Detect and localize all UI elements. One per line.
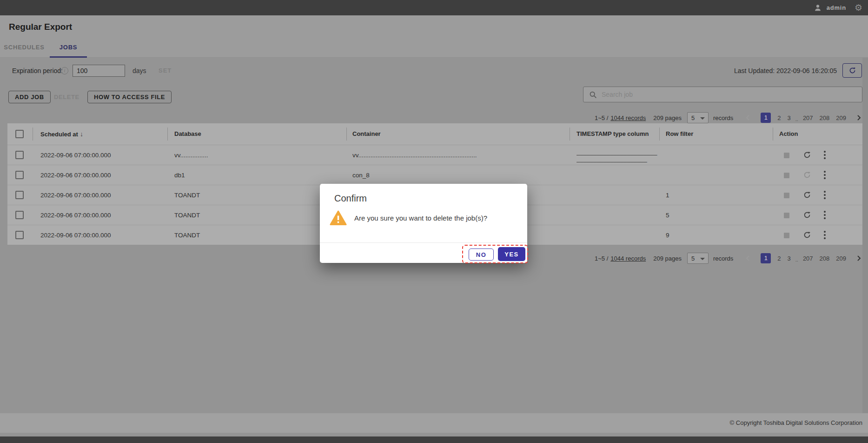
records-link[interactable]: 1044 records xyxy=(610,114,646,121)
user-menu[interactable]: admin ⚙ xyxy=(814,0,862,15)
stop-icon[interactable] xyxy=(784,153,789,158)
cell-scheduled-at: 2022-09-06 07:00:00.000 xyxy=(40,185,111,205)
dialog-message: Are you sure you want to delete the job(… xyxy=(354,214,487,222)
pages-count-label: 209 pages xyxy=(653,255,682,262)
yes-button[interactable]: YES xyxy=(498,247,525,261)
cell-container: vv......................................… xyxy=(352,145,564,165)
stop-icon[interactable] xyxy=(784,193,789,198)
next-page-icon[interactable] xyxy=(855,114,862,121)
row-checkbox[interactable] xyxy=(15,171,24,179)
dialog-title: Confirm xyxy=(334,193,367,204)
page-number[interactable]: 2 xyxy=(777,114,781,121)
gear-icon[interactable]: ⚙ xyxy=(855,3,862,12)
row-refresh-icon[interactable] xyxy=(803,231,811,239)
row-refresh-icon[interactable] xyxy=(803,151,811,159)
page-title: Regular Export xyxy=(9,15,72,39)
col-database: Database xyxy=(174,123,201,145)
page-number[interactable]: 208 xyxy=(820,114,830,121)
how-to-access-file-button[interactable]: HOW TO ACCESS FILE xyxy=(87,91,172,103)
sort-desc-icon: ↓ xyxy=(80,130,83,138)
kebab-menu-icon[interactable] xyxy=(824,171,826,181)
kebab-menu-icon[interactable] xyxy=(824,151,826,161)
page-ellipsis: .. xyxy=(795,257,798,262)
cell-row-filter: 5 xyxy=(666,205,669,225)
page-size-select[interactable]: 5 xyxy=(687,253,709,264)
cell-row-filter: 1 xyxy=(666,185,669,205)
col-timestamp-type: TIMESTAMP type column xyxy=(576,123,649,145)
page-number[interactable]: 207 xyxy=(803,255,813,262)
col-scheduled-at[interactable]: Scheduled at↓ xyxy=(40,123,83,145)
right-gutter xyxy=(862,58,868,413)
add-job-button[interactable]: ADD JOB xyxy=(8,91,51,103)
cell-scheduled-at: 2022-09-06 07:00:00.000 xyxy=(40,145,111,165)
footer: © Copyright Toshiba Digital Solutions Co… xyxy=(0,413,868,433)
stop-icon[interactable] xyxy=(784,233,789,238)
page-size-select[interactable]: 5 xyxy=(687,112,709,123)
page-number[interactable]: 208 xyxy=(820,255,830,262)
prev-page-icon[interactable] xyxy=(744,255,752,262)
warning-icon xyxy=(330,210,347,226)
stop-icon[interactable] xyxy=(784,213,789,218)
chevron-down-icon xyxy=(700,117,705,120)
kebab-menu-icon[interactable] xyxy=(824,211,826,221)
cell-scheduled-at: 2022-09-06 07:00:00.000 xyxy=(40,165,111,185)
page-number[interactable]: 3 xyxy=(788,255,791,262)
cell-timestamp: ________________________________________… xyxy=(576,148,660,162)
cell-scheduled-at: 2022-09-06 07:00:00.000 xyxy=(40,225,111,245)
cell-database: TOANDT xyxy=(174,225,342,245)
prev-page-icon[interactable] xyxy=(744,114,752,121)
row-refresh-icon[interactable] xyxy=(803,191,811,199)
expiration-input[interactable] xyxy=(73,65,125,77)
no-button[interactable]: NO xyxy=(469,248,494,261)
records-label: records xyxy=(713,255,733,262)
search-input[interactable] xyxy=(602,91,862,98)
pagination-bottom: 1~5 /1044 records209 pages5records123..2… xyxy=(595,253,862,264)
row-refresh-icon[interactable] xyxy=(803,211,811,219)
set-button[interactable]: SET xyxy=(159,63,172,78)
cell-container: con_8 xyxy=(352,165,564,185)
cell-database: vv................ xyxy=(174,145,342,165)
expiration-row: Expiration period: i days SET Last Updat… xyxy=(0,63,868,78)
next-page-icon[interactable] xyxy=(855,255,862,262)
chevron-down-icon xyxy=(700,258,705,260)
pagination-top: 1~5 /1044 records209 pages5records123..2… xyxy=(595,112,862,123)
row-refresh-icon[interactable] xyxy=(803,171,811,179)
tab-schedules[interactable]: SCHEDULES xyxy=(3,37,46,58)
row-checkbox[interactable] xyxy=(15,211,24,219)
table-row: 2022-09-06 07:00:00.000vv...............… xyxy=(7,145,862,165)
page-number[interactable]: 209 xyxy=(836,114,846,121)
search-box[interactable] xyxy=(583,87,862,102)
last-updated-label: Last Updated: 2022-09-06 16:20:05 xyxy=(734,63,837,78)
stop-icon[interactable] xyxy=(784,173,789,178)
row-checkbox[interactable] xyxy=(15,151,24,159)
col-row-filter: Row filter xyxy=(666,123,693,145)
page-number[interactable]: 3 xyxy=(788,114,791,121)
person-icon xyxy=(814,4,822,12)
page-number[interactable]: 1 xyxy=(761,253,771,263)
info-icon[interactable]: i xyxy=(61,67,68,74)
kebab-menu-icon[interactable] xyxy=(824,191,826,201)
pages-count-label: 209 pages xyxy=(653,114,682,121)
row-checkbox[interactable] xyxy=(15,231,24,239)
records-link[interactable]: 1044 records xyxy=(610,255,646,262)
select-all-checkbox[interactable] xyxy=(15,130,24,138)
row-checkbox[interactable] xyxy=(15,191,24,199)
cell-database: TOANDT xyxy=(174,205,342,225)
delete-button[interactable]: DELETE xyxy=(54,91,80,103)
page-number[interactable]: 2 xyxy=(777,255,781,262)
tab-jobs[interactable]: JOBS xyxy=(50,37,87,58)
col-container: Container xyxy=(352,123,381,145)
tabs-bar: SCHEDULES JOBS xyxy=(0,37,868,58)
cell-scheduled-at: 2022-09-06 07:00:00.000 xyxy=(40,205,111,225)
record-range-label: 1~5 / xyxy=(595,255,608,262)
page-number[interactable]: 1 xyxy=(761,113,771,123)
cell-row-filter: 9 xyxy=(666,225,669,245)
bottom-bar xyxy=(0,436,868,443)
table-header: Scheduled at↓ Database Container TIMESTA… xyxy=(7,123,862,145)
page-number[interactable]: 209 xyxy=(836,255,846,262)
kebab-menu-icon[interactable] xyxy=(824,231,826,241)
refresh-button[interactable] xyxy=(842,63,862,78)
page-number[interactable]: 207 xyxy=(803,114,813,121)
refresh-icon xyxy=(848,67,856,74)
top-bar: admin ⚙ xyxy=(0,0,868,15)
